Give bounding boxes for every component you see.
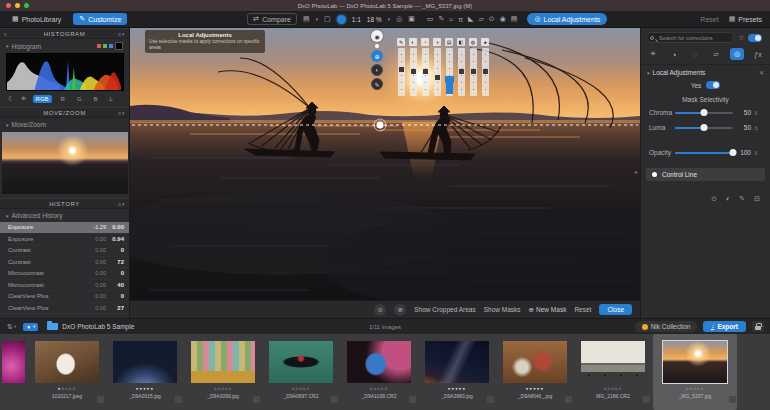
equalizer-button[interactable]: ◐ — [371, 64, 383, 76]
thumbnail-image[interactable] — [581, 341, 645, 383]
favorites-icon[interactable]: ☆ — [738, 34, 744, 42]
current-folder-label[interactable]: DxO PhotoLab 5 Sample — [62, 323, 134, 330]
history-row[interactable]: Contrast 0.00 0 — [0, 245, 129, 257]
slider-reset-icon[interactable]: ⇅ — [754, 150, 758, 156]
palette-tab[interactable]: ☀ — [646, 48, 660, 60]
tool-icon[interactable]: ◉ — [500, 15, 506, 23]
black-swatch-icon[interactable] — [115, 42, 123, 50]
thumbnail-image[interactable] — [35, 341, 99, 383]
compare-button[interactable]: ⇄ Compare — [247, 13, 297, 25]
frame-icon[interactable]: ▢ — [324, 15, 331, 23]
channel-button[interactable]: G — [74, 95, 85, 103]
blue-swatch-icon[interactable] — [109, 44, 113, 48]
tool-icon[interactable]: ▤ — [511, 15, 518, 23]
star-rating[interactable]: ●●●●● — [136, 386, 155, 392]
thumbnail-image[interactable] — [2, 341, 25, 383]
equalizer-button[interactable]: ◉ — [371, 30, 383, 42]
thumbnail-image[interactable] — [269, 341, 333, 383]
star-rating[interactable]: ○○○○○ — [604, 386, 623, 392]
slider-track[interactable] — [434, 48, 441, 96]
palette-tab[interactable]: ◎ — [730, 48, 744, 60]
panel-menu-icon[interactable]: ≡▾ — [118, 110, 125, 116]
zoom-1to1-button[interactable]: 1:1 — [352, 16, 361, 23]
red-swatch-icon[interactable] — [97, 44, 101, 48]
filter-button[interactable]: ▼ ▾ — [23, 323, 38, 331]
movezoom-panel-header[interactable]: MOVE/ZOOM ≡▾ — [0, 107, 129, 118]
zoom-value[interactable]: 18 % — [367, 16, 382, 23]
filmstrip-thumbnail[interactable]: ○○○○○ _D9A0099.jpg — [185, 334, 261, 410]
thumbnail-image[interactable] — [663, 341, 727, 383]
tool-icon[interactable]: ≈ — [449, 16, 453, 23]
new-mask-button[interactable]: ⊕ New Mask — [529, 306, 567, 314]
equalizer-slider[interactable]: ● — [481, 38, 489, 96]
tab-customize[interactable]: ✎ Customize — [73, 13, 127, 25]
sort-icon[interactable]: ⇅ — [7, 323, 13, 331]
palette-tab[interactable]: ▱ — [709, 48, 723, 60]
filmstrip-thumbnail[interactable]: ○○○○○ MG_2186.CR2 — [575, 334, 651, 410]
slider-knob[interactable] — [701, 109, 708, 116]
slider-track[interactable] — [675, 152, 733, 154]
slider-handle[interactable] — [435, 75, 440, 80]
slider-reset-icon[interactable]: ⇅ — [754, 125, 758, 131]
collapse-panel-icon[interactable]: ◂ — [634, 168, 637, 175]
history-row[interactable]: Exposure 0.00 0.94 — [0, 234, 129, 246]
history-row[interactable]: Microcontrast 0.00 40 — [0, 280, 129, 292]
channel-button[interactable]: RGB — [33, 95, 52, 103]
history-panel-header[interactable]: HISTORY ≡▾ — [0, 198, 129, 209]
show-cropped-areas-button[interactable]: Show Cropped Areas — [414, 306, 475, 313]
thumbnail-image[interactable] — [503, 341, 567, 383]
thumbnail-image[interactable] — [191, 341, 255, 383]
zoom-caret-icon[interactable]: ▾ — [388, 16, 391, 22]
slider-handle[interactable] — [459, 69, 464, 74]
search-corrections-box[interactable] — [646, 32, 734, 43]
star-rating[interactable]: ●○○○○ — [58, 386, 77, 392]
local-adjustments-button[interactable]: ◎ Local Adjustments — [527, 13, 607, 25]
filmstrip-thumbnail[interactable]: ○○○○○ _D9A1038.CR2 — [341, 334, 417, 410]
channel-button[interactable]: R — [58, 95, 68, 103]
tab-photolibrary[interactable]: ▦ PhotoLibrary — [6, 13, 67, 25]
show-masks-button[interactable]: Show Masks — [484, 306, 521, 313]
slider-track[interactable] — [470, 48, 477, 96]
advanced-history-title[interactable]: ▾ Advanced History — [0, 209, 129, 221]
palette-tab[interactable]: ƒx — [751, 48, 765, 60]
slider-track[interactable] — [410, 48, 417, 96]
collapse-left-icon[interactable]: ≡ — [4, 31, 8, 37]
mask-reset-button[interactable]: Reset — [574, 306, 591, 313]
export-button[interactable]: ↓ Export — [703, 321, 746, 332]
slider-handle[interactable] — [445, 76, 454, 83]
slider-track[interactable] — [675, 127, 733, 129]
panel-menu-icon[interactable]: ≡▾ — [118, 31, 125, 37]
mask-action-icon[interactable]: ⊙ — [711, 195, 717, 203]
mask-action-icon[interactable]: ⊟ — [754, 195, 760, 203]
star-rating[interactable]: ○○○○○ — [370, 386, 389, 392]
presets-button[interactable]: ▦ Presets — [729, 15, 762, 23]
equalizer-slider[interactable]: ▤ — [445, 38, 453, 96]
filmstrip-thumbnail[interactable]: ●●●●● _D9A8046_.jpg — [497, 334, 573, 410]
equalizer-slider[interactable]: ◐ — [409, 38, 417, 96]
histogram-panel-header[interactable]: ≡ HISTOGRAM ≡▾ — [0, 28, 129, 39]
equalizer-slider[interactable]: ◔ — [421, 38, 429, 96]
thumbnail-image[interactable] — [425, 341, 489, 383]
close-section-icon[interactable]: ✕ — [759, 69, 764, 76]
equalizer-button[interactable] — [375, 44, 379, 48]
panel-menu-icon[interactable]: ≡▾ — [118, 201, 125, 207]
filmstrip-thumbnail[interactable]: ○○○○○ _MG_5337.jpg — [653, 334, 737, 410]
eye-icon[interactable]: ⊙ — [374, 304, 386, 316]
control-line-mask-item[interactable]: Control Line — [646, 168, 765, 181]
history-row[interactable]: Microcontrast 0.00 0 — [0, 268, 129, 280]
filmstrip-thumbnail[interactable]: ●●●●● _D9A3983.jpg — [419, 334, 495, 410]
equalizer-slider[interactable]: ◑ — [433, 38, 441, 96]
tool-icon[interactable]: ⊙ — [489, 15, 495, 23]
history-row[interactable]: ClearView Plus 0.00 27 — [0, 303, 129, 315]
channel-button[interactable]: B — [91, 95, 101, 103]
filmstrip-thumbnail[interactable] — [0, 334, 27, 410]
equalizer-button[interactable]: ✎ — [371, 78, 383, 90]
nik-collection-button[interactable]: Nik Collection — [635, 321, 698, 332]
slider-knob[interactable] — [701, 124, 708, 131]
movezoom-palette-title[interactable]: ▾ Move/Zoom — [0, 118, 129, 130]
tool-icon[interactable]: π — [458, 16, 463, 23]
slider-handle[interactable] — [411, 69, 416, 74]
highlight-clipping-icon[interactable]: ☀ — [20, 95, 26, 103]
history-row[interactable]: ClearView Plus 0.00 0 — [0, 291, 129, 303]
star-rating[interactable]: ●●●●● — [448, 386, 467, 392]
